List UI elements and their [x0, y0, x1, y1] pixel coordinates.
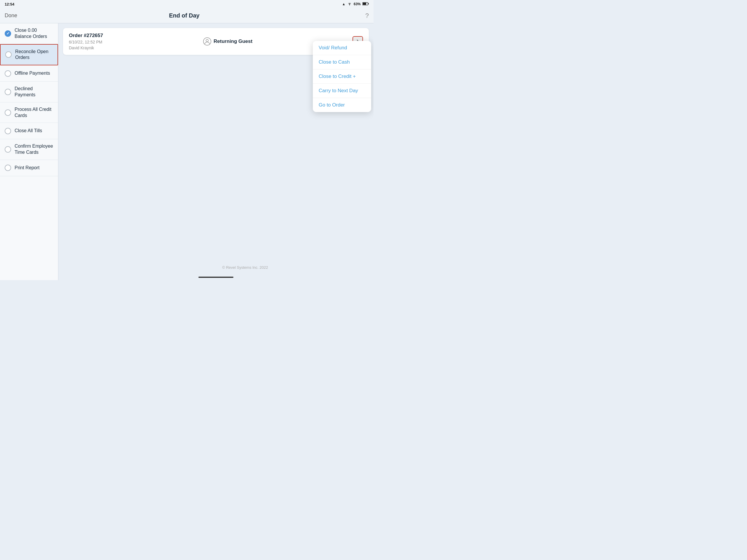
nav-title: End of Day: [169, 12, 199, 19]
radio-unchecked-icon: [5, 89, 11, 95]
sidebar-item-label: Process All Credit Cards: [15, 106, 53, 119]
sidebar-item-label: Offline Payments: [15, 70, 50, 76]
order-number: Order #272657: [69, 33, 103, 39]
nav-right: ?: [351, 12, 369, 20]
sidebar-item-reconcile-open-orders[interactable]: Reconcile Open Orders: [0, 44, 58, 66]
status-bar: 12:54 ▲ 63%: [0, 0, 374, 8]
radio-checked-icon: [5, 30, 11, 37]
sidebar-item-confirm-employee-time-cards[interactable]: Confirm Employee Time Cards: [0, 139, 58, 160]
sidebar-item-close-zero-balance[interactable]: Close 0.00 Balance Orders: [0, 23, 58, 44]
home-indicator: [199, 277, 233, 278]
wifi-icon: [347, 2, 352, 6]
radio-unchecked-icon: [5, 164, 11, 171]
radio-unchecked-icon: [5, 70, 11, 77]
order-customer-name: David Kraynik: [69, 46, 103, 50]
dropdown-item-close-to-cash[interactable]: Close to Cash: [313, 55, 371, 70]
sidebar-item-offline-payments[interactable]: Offline Payments: [0, 66, 58, 82]
sidebar-item-print-report[interactable]: Print Report: [0, 160, 58, 176]
dropdown-item-close-to-credit[interactable]: Close to Credit +: [313, 70, 371, 84]
radio-unchecked-icon: [5, 146, 11, 153]
status-right: ▲ 63%: [342, 2, 369, 6]
help-button[interactable]: ?: [365, 12, 369, 20]
nav-bar: Done End of Day ?: [0, 8, 374, 23]
svg-rect-2: [363, 3, 366, 5]
order-info: Order #272657 6/10/22, 12:52 PM David Kr…: [69, 33, 103, 50]
footer: © Revel Systems Inc. 2022: [117, 265, 374, 270]
status-time: 12:54: [5, 2, 14, 6]
svg-point-4: [203, 37, 211, 45]
footer-copyright: © Revel Systems Inc. 2022: [222, 265, 268, 270]
sidebar: Close 0.00 Balance Orders Reconcile Open…: [0, 23, 58, 280]
sidebar-item-label: Declined Payments: [15, 86, 53, 98]
sidebar-item-process-all-credit-cards[interactable]: Process All Credit Cards: [0, 102, 58, 123]
sidebar-item-label: Close All Tills: [15, 128, 42, 134]
order-datetime: 6/10/22, 12:52 PM: [69, 40, 103, 44]
action-dropdown-menu: Void/ Refund Close to Cash Close to Cred…: [313, 41, 371, 112]
done-button[interactable]: Done: [5, 12, 17, 19]
dropdown-item-carry-to-next-day[interactable]: Carry to Next Day: [313, 84, 371, 98]
main-content: Order #272657 6/10/22, 12:52 PM David Kr…: [58, 23, 374, 280]
dropdown-item-void-refund[interactable]: Void/ Refund: [313, 41, 371, 55]
sidebar-item-declined-payments[interactable]: Declined Payments: [0, 82, 58, 102]
sidebar-item-close-all-tills[interactable]: Close All Tills: [0, 123, 58, 139]
signal-icon: ▲: [342, 2, 345, 6]
battery-percent: 63%: [354, 2, 361, 6]
battery-icon: [362, 2, 369, 6]
svg-point-0: [349, 5, 350, 5]
order-guest-info: Returning Guest: [203, 37, 252, 46]
radio-unchecked-icon: [5, 51, 12, 58]
sidebar-item-label: Reconcile Open Orders: [15, 49, 53, 61]
sidebar-item-label: Close 0.00 Balance Orders: [15, 27, 53, 40]
radio-unchecked-icon: [5, 109, 11, 116]
svg-point-5: [206, 40, 208, 42]
svg-rect-3: [368, 3, 368, 4]
sidebar-item-label: Confirm Employee Time Cards: [15, 143, 53, 156]
dropdown-item-go-to-order[interactable]: Go to Order: [313, 98, 371, 112]
sidebar-item-label: Print Report: [15, 165, 40, 171]
guest-avatar-icon: [203, 37, 211, 46]
main-layout: Close 0.00 Balance Orders Reconcile Open…: [0, 23, 374, 280]
radio-unchecked-icon: [5, 128, 11, 134]
returning-guest-label: Returning Guest: [213, 39, 252, 44]
